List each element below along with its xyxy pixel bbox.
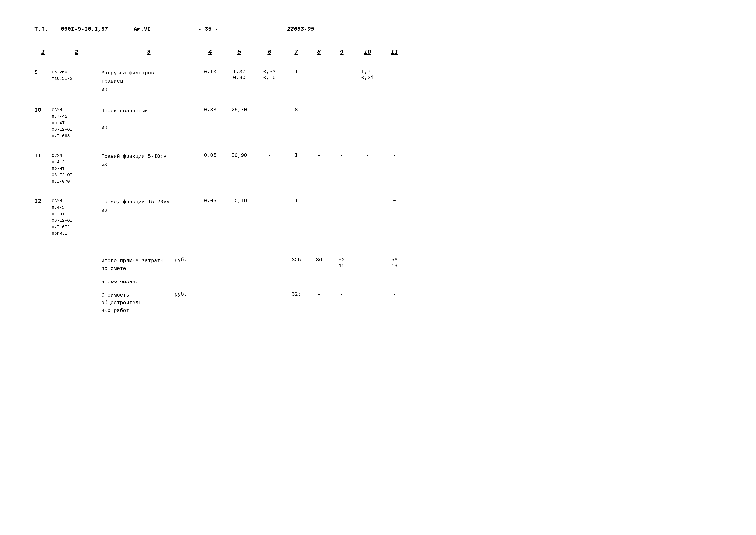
row-col4-9: 0,I0 (196, 69, 224, 75)
header-divider (35, 39, 721, 40)
row-desc-9: Загрузка фильтровгравиемм3 (101, 69, 196, 94)
col-header-3: 3 (101, 49, 196, 55)
col-header-8: 8 (308, 49, 330, 55)
row-col10-11: - (353, 153, 381, 158)
stoimost-label: Стоимость общестроитель-ных работ (101, 291, 175, 315)
row-col6-9: 0,53 0,I6 (254, 69, 284, 81)
table-row: IO CCУМп.7-45пр-4Т06-I2-OIп.I-083 Песок … (35, 100, 721, 146)
col-header-6: 6 (254, 49, 284, 55)
stoimost-col11: - (381, 291, 407, 297)
col-header-4: 4 (196, 49, 224, 55)
row-col11-9: - (381, 69, 407, 75)
itogo-row: Итого прямые затратыпо смете руб. 325 36… (35, 253, 721, 277)
col-header-10: IO (353, 49, 381, 55)
row-code-11: CCУМп.4-2пр-нт06-I2-OIп.I-070 (52, 153, 101, 185)
itogo-unit: руб. (175, 257, 196, 263)
row-col7-10: 8 (284, 107, 308, 113)
row-col9-12: - (330, 198, 353, 204)
row-code-12: CCУМп.4-5пг-нт06-I2-OIп.I-072прим.I (52, 198, 101, 237)
doc-num: 090I-9-I6.I,87 (61, 26, 108, 32)
row-num-11: II (35, 153, 52, 159)
row-col6-12: - (254, 198, 284, 204)
footer-divider (35, 248, 721, 248)
row-num-10: IO (35, 107, 52, 113)
itogo-col7: 325 (284, 257, 308, 263)
row-col7-9: I (284, 69, 308, 75)
v-tom-chisle: в том числе: (101, 277, 721, 287)
row-code-9: Б6-260таб.3I-2 (52, 69, 101, 82)
row-desc-11: Гравий фракции 5-IO:мм3 (101, 153, 196, 169)
col-header-7: 7 (284, 49, 308, 55)
itogo-col11: 56 19 (381, 257, 407, 269)
doc-code: 22663-05 (287, 26, 314, 32)
row-col5-10: 25,70 (224, 107, 254, 113)
tp-label: Т.П. (35, 26, 48, 32)
footer-section: Итого прямые затратыпо смете руб. 325 36… (35, 253, 721, 319)
row-desc-10: Песок кварцевыйм3 (101, 107, 196, 132)
row-col9-9: - (330, 69, 353, 75)
stoimost-unit: руб. (175, 291, 196, 297)
row-col4-12: 0,05 (196, 198, 224, 204)
am-label: Ам.VI (134, 26, 150, 32)
row-col8-12: - (308, 198, 330, 204)
row-col11-11: - (381, 153, 407, 158)
row-col8-9: - (308, 69, 330, 75)
col-header-11: II (381, 49, 407, 55)
col-header-2: 2 (52, 49, 101, 55)
row-col4-11: 0,05 (196, 153, 224, 158)
row-col9-11: - (330, 153, 353, 158)
row-col9-10: - (330, 107, 353, 113)
row-code-10: CCУМп.7-45пр-4Т06-I2-OIп.I-083 (52, 107, 101, 139)
row-col10-10: - (353, 107, 381, 113)
row-num-12: I2 (35, 198, 52, 205)
row-col11-10: - (381, 107, 407, 113)
column-headers: I 2 3 4 5 6 7 8 9 IO II (35, 44, 721, 60)
row-col7-11: I (284, 153, 308, 158)
row-col8-10: - (308, 107, 330, 113)
table-row: I2 CCУМп.4-5пг-нт06-I2-OIп.I-072прим.I Т… (35, 191, 721, 243)
col-header-5: 5 (224, 49, 254, 55)
stoimost-row: Стоимость общестроитель-ных работ руб. 3… (35, 287, 721, 319)
itogo-col8: 36 (308, 257, 330, 263)
stoimost-col9: - (330, 291, 353, 297)
row-num-9: 9 (35, 69, 52, 75)
col-header-9: 9 (330, 49, 353, 55)
page: Т.П. 090I-9-I6.I,87 Ам.VI - 35 - 22663-0… (0, 0, 756, 535)
row-col10-12: - (353, 198, 381, 204)
col-header-1: I (35, 49, 52, 55)
row-desc-12: То же, фракции I5-20ммм3 (101, 198, 196, 214)
row-col4-10: 0,33 (196, 107, 224, 113)
row-col5-9: I,37 0,80 (224, 69, 254, 81)
table-row: 9 Б6-260таб.3I-2 Загрузка фильтровгравие… (35, 63, 721, 100)
table-row: II CCУМп.4-2пр-нт06-I2-OIп.I-070 Гравий … (35, 146, 721, 191)
row-col6-10: - (254, 107, 284, 113)
row-col5-12: IO,IO (224, 198, 254, 204)
header: Т.П. 090I-9-I6.I,87 Ам.VI - 35 - 22663-0… (35, 26, 721, 32)
itogo-label: Итого прямые затратыпо смете (101, 257, 175, 272)
row-col11-12: ~ (381, 198, 407, 204)
stoimost-col8: - (308, 291, 330, 297)
row-col6-11: - (254, 153, 284, 158)
stoimost-col7: 32: (284, 291, 308, 297)
page-num: - 35 - (198, 26, 218, 32)
row-col8-11: - (308, 153, 330, 158)
row-col5-11: IO,90 (224, 153, 254, 158)
itogo-col9: 50 15 (330, 257, 353, 269)
row-col7-12: I (284, 198, 308, 204)
row-col10-9: I,7I 0,2i (353, 69, 381, 81)
